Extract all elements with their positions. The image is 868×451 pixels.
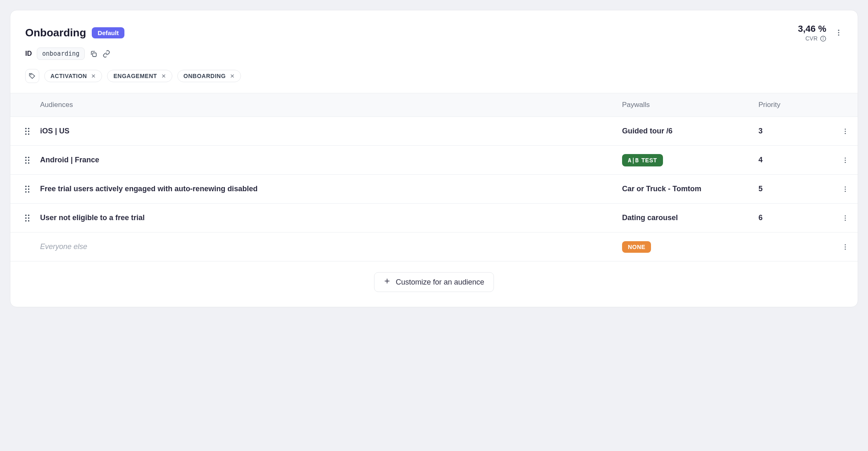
svg-point-21 [845, 131, 846, 132]
svg-point-22 [845, 133, 846, 134]
svg-point-52 [845, 248, 846, 249]
page-title: Onboarding [25, 26, 86, 39]
row-menu-button[interactable] [833, 214, 858, 222]
tag-label: ACTIVATION [50, 73, 87, 79]
svg-point-47 [845, 215, 846, 216]
col-priority: Priority [758, 101, 833, 109]
cvr-value: 3,46 % [798, 24, 827, 34]
cvr-label-row: CVR [798, 35, 827, 42]
svg-point-36 [25, 191, 26, 192]
paywall-name: Dating carousel [622, 214, 758, 222]
row-menu-button[interactable] [833, 128, 858, 135]
svg-point-19 [28, 133, 29, 135]
svg-point-44 [28, 217, 29, 218]
svg-point-20 [845, 128, 846, 130]
svg-point-26 [28, 159, 29, 161]
svg-point-34 [25, 188, 26, 190]
svg-point-16 [25, 131, 26, 132]
title-left: Onboarding Default [25, 26, 124, 39]
svg-point-33 [28, 185, 29, 187]
audience-name: Everyone else [40, 242, 622, 251]
card-footer: Customize for an audience [10, 261, 858, 307]
paywall-name: NONE [622, 242, 758, 251]
tag-remove-icon[interactable] [161, 74, 166, 78]
table-row: Everyone else NONE [10, 233, 858, 261]
priority-value: 4 [758, 156, 833, 164]
drag-handle-icon[interactable] [10, 185, 40, 193]
svg-point-2 [823, 37, 823, 38]
audiences-table: Audiences Paywalls Priority iOS | US Gui… [10, 93, 858, 261]
svg-point-43 [25, 217, 26, 218]
audience-name: User not eligible to a free trial [40, 214, 622, 222]
tags-row: ACTIVATION ENGAGEMENT ONBOARDING [25, 69, 843, 83]
id-row: ID onboarding [25, 47, 843, 60]
svg-point-3 [838, 30, 839, 31]
tag-chip-activation: ACTIVATION [44, 70, 102, 82]
svg-point-49 [845, 219, 846, 221]
priority-value: 6 [758, 214, 833, 222]
svg-point-40 [845, 190, 846, 192]
drag-handle-icon[interactable] [10, 214, 40, 222]
title-right: 3,46 % CVR [798, 24, 843, 42]
svg-point-51 [845, 246, 846, 247]
priority-value: 3 [758, 127, 833, 135]
svg-point-29 [845, 157, 846, 159]
card-header: Onboarding Default 3,46 % CVR [10, 10, 858, 93]
audience-name: Free trial users actively engaged with a… [40, 185, 622, 193]
svg-point-32 [25, 185, 26, 187]
svg-point-30 [845, 159, 846, 161]
tag-label: ENGAGEMENT [113, 73, 157, 79]
table-row: User not eligible to a free trial Dating… [10, 204, 858, 233]
table-header: Audiences Paywalls Priority [10, 93, 858, 117]
none-badge: NONE [622, 241, 651, 253]
audience-name: Android | France [40, 156, 622, 164]
svg-point-27 [25, 162, 26, 164]
priority-value: 5 [758, 185, 833, 193]
svg-point-48 [845, 217, 846, 218]
svg-point-41 [25, 214, 26, 216]
card-menu-button[interactable] [835, 28, 843, 37]
paywall-name: Guided tour /6 [622, 127, 758, 135]
info-icon[interactable] [820, 36, 826, 42]
svg-point-37 [28, 191, 29, 192]
row-menu-button[interactable] [833, 243, 858, 251]
table-row: Android | France A|B TEST 4 [10, 146, 858, 175]
svg-point-18 [25, 133, 26, 135]
svg-point-50 [845, 244, 846, 245]
row-menu-button[interactable] [833, 157, 858, 164]
svg-point-5 [838, 34, 839, 36]
id-value: onboarding [37, 47, 85, 60]
tag-icon[interactable] [25, 69, 39, 83]
table-row: iOS | US Guided tour /6 3 [10, 117, 858, 146]
customize-audience-button[interactable]: Customize for an audience [374, 272, 494, 292]
svg-point-4 [838, 32, 839, 33]
svg-point-24 [28, 157, 29, 158]
copy-icon[interactable] [90, 50, 98, 58]
tag-remove-icon[interactable] [91, 74, 96, 78]
svg-rect-6 [93, 53, 96, 57]
tag-remove-icon[interactable] [230, 74, 235, 78]
svg-point-35 [28, 188, 29, 190]
paywall-name: A|B TEST [622, 154, 758, 166]
svg-point-7 [31, 74, 31, 75]
cvr-block: 3,46 % CVR [798, 24, 827, 42]
drag-handle-icon[interactable] [10, 157, 40, 164]
tag-label: ONBOARDING [184, 73, 226, 79]
title-row: Onboarding Default 3,46 % CVR [25, 24, 843, 42]
row-menu-button[interactable] [833, 185, 858, 193]
cvr-label: CVR [805, 35, 818, 42]
tag-chip-onboarding: ONBOARDING [177, 70, 241, 82]
svg-point-31 [845, 161, 846, 163]
plus-icon [384, 278, 391, 287]
svg-point-15 [28, 128, 29, 129]
ab-test-badge: A|B TEST [622, 154, 663, 166]
tag-chip-engagement: ENGAGEMENT [107, 70, 172, 82]
svg-point-23 [25, 157, 26, 158]
paywall-name: Car or Truck - Tomtom [622, 185, 758, 193]
link-icon[interactable] [103, 50, 110, 58]
table-row: Free trial users actively engaged with a… [10, 175, 858, 204]
ab-label: TEST [641, 157, 657, 164]
svg-point-14 [25, 128, 26, 129]
drag-handle-icon[interactable] [10, 128, 40, 135]
svg-point-17 [28, 131, 29, 132]
